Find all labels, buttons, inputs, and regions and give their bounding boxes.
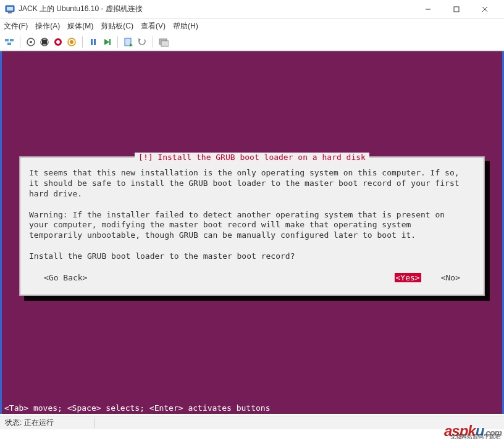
turnoff-icon[interactable] — [39, 36, 50, 48]
separator — [153, 36, 153, 48]
window-title: JACK 上的 Ubuntu16.10 - 虚拟机连接 — [19, 4, 414, 14]
revert-icon[interactable] — [136, 36, 148, 48]
svg-rect-13 — [42, 40, 47, 44]
start-icon[interactable] — [25, 36, 36, 48]
menu-action[interactable]: 操作(A) — [35, 21, 60, 32]
separator — [117, 36, 118, 48]
reset-icon[interactable] — [101, 36, 112, 48]
svg-rect-18 — [91, 39, 93, 45]
no-button[interactable]: <No> — [441, 273, 460, 282]
svg-rect-7 — [5, 39, 9, 41]
installer-dialog: [!] Install the GRUB boot loader on a ha… — [19, 156, 485, 296]
hint-bar: <Tab> moves; <Space> selects; <Enter> ac… — [2, 402, 502, 414]
maximize-button[interactable] — [442, 0, 471, 19]
dialog-body: It seems that this new installation is t… — [29, 168, 475, 262]
enhanced-session-icon[interactable] — [158, 36, 169, 48]
separator — [20, 36, 20, 48]
svg-marker-20 — [104, 39, 109, 45]
menu-media[interactable]: 媒体(M) — [67, 21, 93, 32]
minimize-button[interactable] — [414, 0, 442, 19]
statusbar: 状态: 正在运行 — [0, 416, 504, 429]
menu-help[interactable]: 帮助(H) — [173, 21, 198, 32]
dialog-title-wrap: [!] Install the GRUB boot loader on a ha… — [29, 153, 475, 162]
separator — [94, 418, 94, 428]
vm-screen: [!] Install the GRUB boot loader on a ha… — [2, 51, 502, 414]
go-back-button[interactable]: <Go Back> — [44, 273, 87, 282]
spacer — [87, 273, 394, 282]
svg-rect-2 — [8, 12, 12, 14]
menu-clipboard[interactable]: 剪贴板(C) — [101, 21, 133, 32]
window-controls — [414, 0, 499, 19]
ctrl-alt-del-icon[interactable] — [4, 36, 15, 48]
dialog-actions: <Go Back> <Yes> <No> — [29, 273, 475, 286]
save-icon[interactable] — [66, 36, 77, 48]
svg-point-11 — [30, 41, 32, 43]
svg-rect-8 — [10, 39, 14, 41]
menubar: 文件(F) 操作(A) 媒体(M) 剪贴板(C) 查看(V) 帮助(H) — [0, 19, 504, 33]
svg-point-17 — [70, 40, 74, 44]
svg-rect-1 — [7, 7, 13, 10]
toolbar — [0, 33, 504, 51]
pause-icon[interactable] — [88, 36, 99, 48]
separator — [82, 36, 83, 48]
svg-rect-9 — [7, 43, 11, 45]
checkpoint-icon[interactable] — [123, 36, 134, 48]
app-icon — [5, 4, 15, 14]
svg-rect-26 — [161, 41, 169, 46]
svg-rect-21 — [109, 39, 111, 45]
shutdown-icon[interactable] — [52, 36, 64, 48]
watermark-sub: 免费网站源码下载吧 — [450, 433, 500, 441]
close-button[interactable] — [471, 0, 499, 19]
titlebar: JACK 上的 Ubuntu16.10 - 虚拟机连接 — [0, 0, 504, 19]
dialog-title: [!] Install the GRUB boot loader on a ha… — [135, 153, 369, 162]
svg-rect-19 — [94, 39, 96, 45]
yes-button[interactable]: <Yes> — [395, 273, 421, 282]
svg-point-15 — [56, 40, 60, 44]
svg-rect-4 — [454, 7, 459, 12]
menu-file[interactable]: 文件(F) — [4, 21, 28, 32]
status-label: 状态: 正在运行 — [5, 418, 54, 428]
menu-view[interactable]: 查看(V) — [141, 21, 166, 32]
